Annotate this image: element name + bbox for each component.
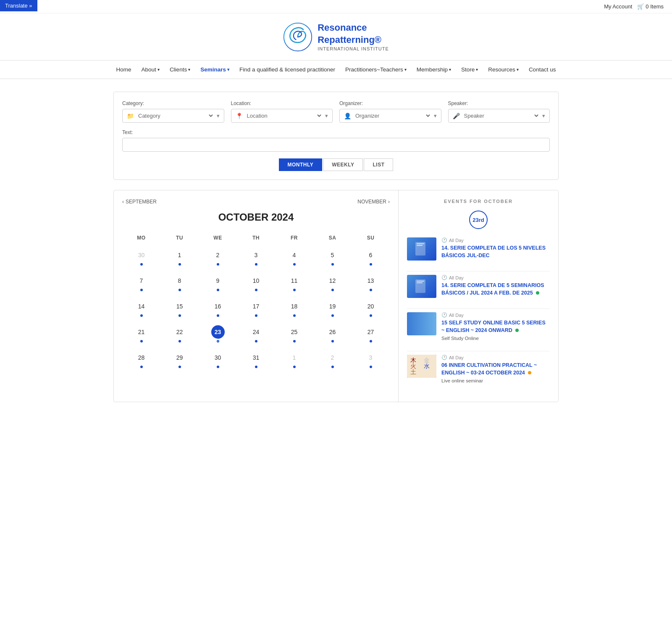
svg-rect-5	[417, 281, 424, 282]
cal-day-1[interactable]: 1	[160, 244, 199, 270]
event-title-2[interactable]: 14. SERIE COMPLETA DE 5 SEMINARIOS BÁSIC…	[441, 282, 550, 297]
cal-day-30[interactable]: 30	[199, 347, 237, 372]
event-title-1[interactable]: 14. SERIE COMPLETA DE LOS 5 NIVELES BÁSI…	[441, 245, 550, 259]
cal-day-5[interactable]: 5	[313, 244, 352, 270]
cal-day-3[interactable]: 3	[237, 244, 275, 270]
event-item-1: 🕐 All Day 14. SERIE COMPLETA DE LOS 5 NI…	[407, 237, 550, 261]
calendar-section: ‹ SEPTEMBER NOVEMBER › OCTOBER 2024 MO T…	[114, 190, 399, 402]
svg-rect-3	[417, 245, 423, 246]
clock-icon-2: 🕐	[441, 275, 447, 280]
next-chevron-icon: ›	[388, 199, 390, 205]
clock-icon-3: 🕐	[441, 312, 447, 318]
speaker-select-wrapper[interactable]: 🎤 Speaker ▾	[448, 109, 550, 123]
nav-find-practitioner[interactable]: Find a qualified & licensed practitioner	[235, 64, 339, 75]
speaker-filter-group: Speaker: 🎤 Speaker ▾	[448, 100, 550, 123]
cal-day-4[interactable]: 4	[275, 244, 313, 270]
cal-day-13[interactable]: 13	[352, 270, 390, 295]
cal-day-30-prev[interactable]: 30	[122, 244, 160, 270]
cal-day-15[interactable]: 15	[160, 295, 199, 321]
nav-membership[interactable]: Membership ▾	[412, 64, 455, 75]
event-title-4[interactable]: 06 INNER CULTIVATION PRACTICAL ~ ENGLISH…	[441, 362, 550, 377]
cal-day-31[interactable]: 31	[237, 347, 275, 372]
divider-3	[407, 351, 550, 351]
cal-day-8[interactable]: 8	[160, 270, 199, 295]
cal-day-27[interactable]: 27	[352, 321, 390, 347]
event-thumb-4: 木 火 土 金 水	[407, 355, 436, 378]
prev-month-link[interactable]: ‹ SEPTEMBER	[122, 199, 157, 205]
cal-day-11[interactable]: 11	[275, 270, 313, 295]
cal-day-17[interactable]: 17	[237, 295, 275, 321]
events-title: EVENTS FOR OCTOBER	[407, 199, 550, 204]
cal-day-16[interactable]: 16	[199, 295, 237, 321]
practitioners-chevron-icon: ▾	[404, 67, 407, 72]
cal-day-6[interactable]: 6	[352, 244, 390, 270]
cal-day-25[interactable]: 25	[275, 321, 313, 347]
cal-day-14[interactable]: 14	[122, 295, 160, 321]
day-header-mo: MO	[122, 232, 160, 244]
online-dot-2	[536, 291, 539, 295]
organizer-select-wrapper[interactable]: 👤 Organizer ▾	[339, 109, 441, 123]
cal-day-10[interactable]: 10	[237, 270, 275, 295]
day-header-su: SU	[352, 232, 390, 244]
event-allday-3: 🕐 All Day	[441, 312, 550, 318]
main-content: Category: 📁 Category ▾ Location: 📍 Locat…	[105, 79, 567, 415]
nav-seminars[interactable]: Seminars ▾	[196, 64, 234, 75]
location-icon: 📍	[236, 113, 243, 119]
category-select[interactable]: Category	[136, 112, 214, 119]
nav-about[interactable]: About ▾	[137, 64, 164, 75]
cal-day-7[interactable]: 7	[122, 270, 160, 295]
prev-month-label: SEPTEMBER	[126, 199, 157, 205]
list-view-button[interactable]: LIST	[364, 158, 393, 171]
day-header-sa: SA	[313, 232, 352, 244]
cal-day-19[interactable]: 19	[313, 295, 352, 321]
cal-day-18[interactable]: 18	[275, 295, 313, 321]
category-select-wrapper[interactable]: 📁 Category ▾	[122, 109, 224, 123]
speaker-label: Speaker:	[448, 100, 550, 106]
weekly-view-button[interactable]: WEEKLY	[323, 158, 363, 171]
my-account-link[interactable]: My Account	[604, 3, 632, 10]
cal-day-9[interactable]: 9	[199, 270, 237, 295]
events-date-circle[interactable]: 23rd	[469, 211, 488, 229]
translate-button[interactable]: Translate »	[0, 0, 37, 11]
speaker-select[interactable]: Speaker	[462, 112, 540, 119]
event-thumb-inner-2	[407, 275, 436, 298]
event-info-3: 🕐 All Day 15 SELF STUDY ONLINE BASIC 5 S…	[441, 312, 550, 341]
cal-day-22[interactable]: 22	[160, 321, 199, 347]
day-header-we: WE	[199, 232, 237, 244]
cal-day-2[interactable]: 2	[199, 244, 237, 270]
cal-day-3-next[interactable]: 3	[352, 347, 390, 372]
cart-link[interactable]: 0 Items	[646, 3, 664, 10]
nav-contact[interactable]: Contact us	[525, 64, 560, 75]
next-month-link[interactable]: NOVEMBER ›	[357, 199, 390, 205]
organizer-chevron-icon: ▾	[434, 113, 437, 119]
cal-day-12[interactable]: 12	[313, 270, 352, 295]
event-thumb-2	[407, 275, 436, 298]
text-search-input[interactable]	[122, 138, 550, 152]
event-title-3[interactable]: 15 SELF STUDY ONLINE BASIC 5 SERIES ~ EN…	[441, 319, 550, 334]
monthly-view-button[interactable]: MONTHLY	[279, 158, 323, 171]
cal-day-1-next[interactable]: 1	[275, 347, 313, 372]
nav-resources[interactable]: Resources ▾	[484, 64, 523, 75]
cart-icon: 🛒	[637, 3, 644, 10]
location-select-wrapper[interactable]: 📍 Location ▾	[231, 109, 333, 123]
nav-clients[interactable]: Clients ▾	[165, 64, 194, 75]
organizer-select[interactable]: Organizer	[354, 112, 431, 119]
cal-day-24[interactable]: 24	[237, 321, 275, 347]
event-item-3: 🕐 All Day 15 SELF STUDY ONLINE BASIC 5 S…	[407, 312, 550, 341]
location-select[interactable]: Location	[245, 112, 323, 119]
clock-icon-4: 🕐	[441, 355, 447, 360]
nav-home[interactable]: Home	[112, 64, 136, 75]
mic-icon: 🎤	[453, 113, 460, 119]
logo[interactable]: ResonanceRepatterning® International Ins…	[283, 22, 389, 52]
cal-day-28[interactable]: 28	[122, 347, 160, 372]
nav-store[interactable]: Store ▾	[457, 64, 482, 75]
cal-day-29[interactable]: 29	[160, 347, 199, 372]
nav-practitioners[interactable]: Practitioners~Teachers ▾	[341, 64, 411, 75]
cal-day-20[interactable]: 20	[352, 295, 390, 321]
cal-day-21[interactable]: 21	[122, 321, 160, 347]
cal-day-23-today[interactable]: 23	[199, 321, 237, 347]
event-info-1: 🕐 All Day 14. SERIE COMPLETA DE LOS 5 NI…	[441, 237, 550, 261]
cal-day-2-next[interactable]: 2	[313, 347, 352, 372]
cal-day-26[interactable]: 26	[313, 321, 352, 347]
resources-chevron-icon: ▾	[517, 67, 519, 72]
